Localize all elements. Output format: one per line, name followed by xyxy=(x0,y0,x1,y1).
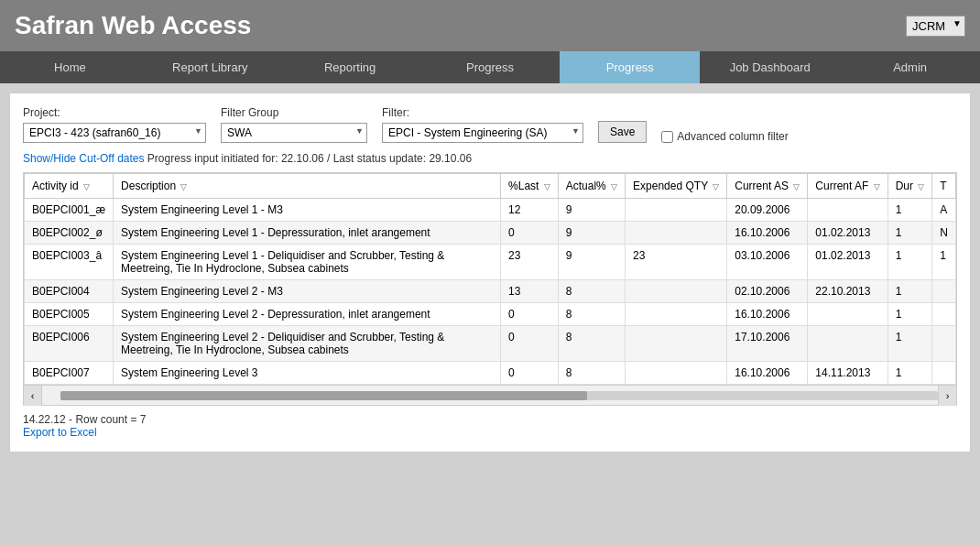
account-select-wrap[interactable]: JCRM xyxy=(906,16,965,37)
project-select-wrap[interactable]: EPCI3 - 423 (safran60_16) xyxy=(23,123,206,143)
col-header-activity-id[interactable]: Activity id ▽ xyxy=(25,174,114,199)
table-cell: 20.09.2006 xyxy=(727,199,808,222)
table-cell: 1 xyxy=(887,280,932,303)
table-cell: 12 xyxy=(501,199,559,222)
adv-filter-label: Advanced column filter xyxy=(677,130,788,143)
project-select[interactable]: EPCI3 - 423 (safran60_16) xyxy=(23,123,206,143)
table-cell: N xyxy=(932,222,956,245)
table-cell: 8 xyxy=(558,326,625,362)
table-cell: B0EPCI002_ø xyxy=(25,222,114,245)
account-select[interactable]: JCRM xyxy=(906,16,965,37)
table-cell: 8 xyxy=(558,362,625,385)
col-header-dur[interactable]: Dur ▽ xyxy=(887,174,932,199)
filter-label: Filter: xyxy=(382,106,583,119)
main-content: Project: EPCI3 - 423 (safran60_16) Filte… xyxy=(9,93,971,452)
sort-icon-pct-last: ▽ xyxy=(544,182,550,191)
filter-select-wrap[interactable]: EPCI - System Engineering (SA) xyxy=(382,123,583,143)
table-cell xyxy=(932,326,956,362)
table-row: B0EPCI007System Engineering Level 30816.… xyxy=(25,362,956,385)
nav-item-progress1[interactable]: Progress xyxy=(420,51,561,83)
nav-item-home[interactable]: Home xyxy=(0,51,140,83)
table-cell: A xyxy=(932,199,956,222)
table-cell: 9 xyxy=(558,222,625,245)
filter-group-select-wrap[interactable]: SWA xyxy=(221,123,367,143)
sort-icon-description: ▽ xyxy=(180,182,187,191)
table-cell: 16.10.2006 xyxy=(727,303,808,326)
sort-icon-current-af: ▽ xyxy=(874,182,880,191)
scroll-track[interactable] xyxy=(60,391,938,400)
table-cell: 1 xyxy=(887,326,932,362)
table-row: B0EPCI004System Engineering Level 2 - M3… xyxy=(25,280,956,303)
table-cell: 9 xyxy=(558,199,625,222)
col-header-current-af[interactable]: Current AF ▽ xyxy=(808,174,887,199)
col-header-description[interactable]: Description ▽ xyxy=(114,174,501,199)
main-nav: Home Report Library Reporting Progress P… xyxy=(0,51,980,83)
col-header-expended-qty[interactable]: Expended QTY ▽ xyxy=(626,174,727,199)
table-cell: System Engineering Level 3 xyxy=(114,362,501,385)
table-cell xyxy=(626,303,727,326)
table-cell xyxy=(932,303,956,326)
scroll-right-button[interactable]: › xyxy=(938,386,956,406)
table-cell: 02.10.2006 xyxy=(727,280,808,303)
table-cell: 01.02.2013 xyxy=(808,245,887,280)
filter-group-select[interactable]: SWA xyxy=(221,123,367,143)
table-cell xyxy=(808,303,887,326)
table-cell: 1 xyxy=(887,362,932,385)
scroll-thumb[interactable] xyxy=(60,391,587,400)
app-title: Safran Web Access xyxy=(15,11,251,40)
table-cell: System Engineering Level 1 - Deliquidise… xyxy=(114,245,501,280)
col-header-current-as[interactable]: Current AS ▽ xyxy=(727,174,808,199)
table-cell: B0EPCI006 xyxy=(25,326,114,362)
table-cell: 0 xyxy=(501,362,559,385)
info-bar: Show/Hide Cut-Off dates Progress input i… xyxy=(23,152,957,165)
nav-item-job-dashboard[interactable]: Job Dashboard xyxy=(700,51,840,83)
col-header-actual-pct[interactable]: Actual% ▽ xyxy=(558,174,625,199)
table-cell xyxy=(808,199,887,222)
table-cell: System Engineering Level 2 - M3 xyxy=(114,280,501,303)
app: Safran Web Access JCRM Home Report Libra… xyxy=(0,0,980,545)
table-cell: 16.10.2006 xyxy=(727,222,808,245)
filter-row: Project: EPCI3 - 423 (safran60_16) Filte… xyxy=(23,106,957,143)
table-row: B0EPCI001_æSystem Engineering Level 1 - … xyxy=(25,199,956,222)
table-cell: 16.10.2006 xyxy=(727,362,808,385)
table-cell: 0 xyxy=(501,222,559,245)
table-cell: B0EPCI003_â xyxy=(25,245,114,280)
col-header-extra[interactable]: T xyxy=(932,174,956,199)
show-hide-cutoff-link[interactable]: Show/Hide Cut-Off dates xyxy=(23,152,145,165)
sort-icon-activity-id: ▽ xyxy=(83,182,90,191)
sort-icon-expended-qty: ▽ xyxy=(713,182,719,191)
sort-icon-dur: ▽ xyxy=(918,182,924,191)
table-cell: 9 xyxy=(558,245,625,280)
save-button[interactable]: Save xyxy=(598,121,647,143)
table-cell: 01.02.2013 xyxy=(808,222,887,245)
table-cell: 1 xyxy=(887,245,932,280)
table-cell: 1 xyxy=(887,199,932,222)
nav-item-progress2[interactable]: Progress xyxy=(560,51,700,83)
nav-item-admin[interactable]: Admin xyxy=(840,51,980,83)
table-cell: 22.10.2013 xyxy=(808,280,887,303)
sort-icon-actual-pct: ▽ xyxy=(611,182,617,191)
table-cell: 13 xyxy=(501,280,559,303)
table-cell: 17.10.2006 xyxy=(727,326,808,362)
table-cell: 1 xyxy=(887,303,932,326)
table-cell xyxy=(932,362,956,385)
table-cell: 0 xyxy=(501,303,559,326)
adv-filter-checkbox[interactable] xyxy=(661,131,673,143)
horizontal-scrollbar[interactable]: ‹ › xyxy=(23,386,957,406)
table-cell xyxy=(932,280,956,303)
table-cell: 23 xyxy=(626,245,727,280)
filter-group-label: Filter Group xyxy=(221,106,367,119)
table-cell: System Engineering Level 1 - M3 xyxy=(114,199,501,222)
project-filter-group: Project: EPCI3 - 423 (safran60_16) xyxy=(23,106,206,143)
data-table: Activity id ▽ Description ▽ %Last ▽ Actu… xyxy=(24,173,956,385)
adv-filter-group: Advanced column filter xyxy=(661,130,788,143)
nav-item-reporting[interactable]: Reporting xyxy=(280,51,420,83)
export-excel-link[interactable]: Export to Excel xyxy=(23,426,97,439)
scroll-left-button[interactable]: ‹ xyxy=(24,386,42,406)
table-cell xyxy=(626,280,727,303)
filter-select[interactable]: EPCI - System Engineering (SA) xyxy=(382,123,583,143)
table-cell xyxy=(808,326,887,362)
col-header-pct-last[interactable]: %Last ▽ xyxy=(501,174,559,199)
sort-icon-current-as: ▽ xyxy=(793,182,800,191)
nav-item-report-library[interactable]: Report Library xyxy=(140,51,280,83)
